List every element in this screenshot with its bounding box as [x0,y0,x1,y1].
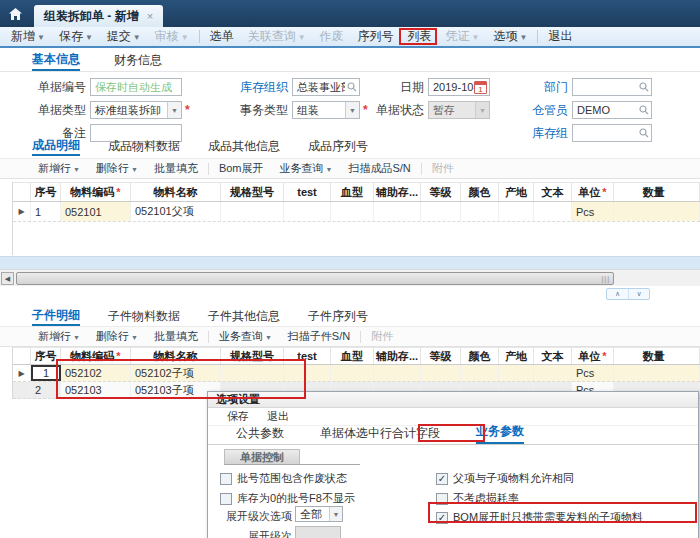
department-field[interactable] [572,78,652,96]
storekeeper-field[interactable]: DEMO [572,101,652,119]
product-batch-fill-button[interactable]: 批量填充 [146,161,206,176]
home-button[interactable] [0,0,30,27]
collapse-down-icon[interactable]: ∨ [628,289,649,299]
option-parent-child-same[interactable]: ✓ 父项与子项物料允许相同 [436,471,574,486]
dialog-exit-button[interactable]: 退出 [260,409,296,424]
tab-child-serial[interactable]: 子件序列号 [308,306,368,326]
cell-seq-selected[interactable]: 1 [31,365,61,381]
tab-product-serial[interactable]: 成品序列号 [308,136,368,156]
tab-child-material-data[interactable]: 子件物料数据 [108,306,180,326]
checkbox-unchecked[interactable] [220,493,232,505]
scroll-left-icon[interactable]: ◀ [1,272,14,285]
cell-qty[interactable] [614,202,700,221]
cell-name[interactable]: 052102子项 [131,365,221,381]
checkbox-checked[interactable]: ✓ [436,512,448,524]
product-delete-row-button[interactable]: 删除行▼ [88,161,146,176]
inventory-org-label[interactable]: 库存组织 [212,78,288,96]
tab-common-params[interactable]: 公共参数 [236,425,284,444]
product-row-1[interactable]: ▶ 1 052101 052101父项 Pcs [13,202,700,222]
col-color[interactable]: 颜色 [461,348,499,364]
toolbar-serial-button[interactable]: 序列号 [351,28,401,45]
tab-product-other-info[interactable]: 成品其他信息 [208,136,280,156]
col-unit[interactable]: 单位* [572,348,614,364]
checkbox-unchecked[interactable] [436,493,448,505]
col-spec[interactable]: 规格型号 [221,348,284,364]
col-material-name[interactable]: 物料名称 [131,348,221,364]
chevron-down-icon[interactable]: ▼ [329,507,342,521]
trans-type-select[interactable]: 组装 ▼ [292,101,360,119]
child-scan-sn-button[interactable]: 扫描子件S/N [280,329,358,344]
product-biz-query-button[interactable]: 业务查询▼ [272,161,341,176]
checkbox-unchecked[interactable] [220,473,232,485]
bill-type-select[interactable]: 标准组装拆卸 ▼ [90,101,182,119]
option-batch-void[interactable]: 批号范围包含作废状态 [220,471,347,486]
child-biz-query-button[interactable]: 业务查询▼ [211,329,280,344]
tab-child-detail[interactable]: 子件明细 [32,306,80,326]
checkbox-checked[interactable]: ✓ [436,473,448,485]
toolbar-exit-button[interactable]: 退出 [541,28,579,45]
department-label[interactable]: 部门 [498,78,568,96]
col-seq[interactable]: 序号 [31,348,61,364]
toolbar-new-button[interactable]: 新增▼ [4,28,52,45]
option-zero-stock-hide[interactable]: 库存为0的批号F8不显示 [220,491,355,506]
option-no-loss-rate[interactable]: 不考虑损耗率 [436,491,519,506]
cell-code[interactable]: 052102 [61,365,131,381]
col-spec[interactable]: 规格型号 [221,183,284,201]
child-row-1[interactable]: ▶ 1 052102 052102子项 Pcs [13,365,700,382]
tab-product-detail[interactable]: 成品明细 [32,136,80,156]
toolbar-list-button[interactable]: 列表 [401,28,439,45]
col-test[interactable]: test [284,183,331,201]
col-grade[interactable]: 等级 [421,348,461,364]
col-blood-type[interactable]: 血型 [331,183,374,201]
cell-name[interactable]: 052101父项 [131,202,221,221]
tab-finance-info[interactable]: 财务信息 [114,50,162,71]
date-field[interactable]: 2019-10-16 [428,78,490,96]
product-bom-expand-button[interactable]: Bom展开 [211,161,272,176]
collapse-up-icon[interactable]: ∧ [607,289,628,299]
chevron-down-icon[interactable]: ▼ [167,102,181,118]
inventory-org-field[interactable]: 总装事业部 [292,78,360,96]
col-material-name[interactable]: 物料名称 [131,183,221,201]
col-seq[interactable]: 序号 [31,183,61,201]
col-origin[interactable]: 产地 [499,183,534,201]
child-add-row-button[interactable]: 新增行▼ [30,329,88,344]
toolbar-save-button[interactable]: 保存▼ [52,28,100,45]
tab-product-material-data[interactable]: 成品物料数据 [108,136,180,156]
col-grade[interactable]: 等级 [421,183,461,201]
product-scan-sn-button[interactable]: 扫描成品S/N [340,161,418,176]
col-blood-type[interactable]: 血型 [331,348,374,364]
tab-business-params[interactable]: 业务参数 [476,423,524,444]
cell-unit[interactable]: Pcs [572,202,614,221]
cell-code[interactable]: 052103 [61,382,131,398]
option-bom-only-issue[interactable]: ✓ BOM展开时只携带需要发料的子项物料 [436,510,643,525]
tab-row-sum-fields[interactable]: 单据体选中行合计字段 [320,425,440,444]
expand-option-select[interactable]: 全部 ▼ [295,506,343,522]
col-material-code[interactable]: 物料编码* [61,183,131,201]
tab-basic-info[interactable]: 基本信息 [32,50,80,71]
col-unit[interactable]: 单位* [572,183,614,201]
col-text[interactable]: 文本 [534,183,572,201]
col-qty[interactable]: 数量 [614,183,700,201]
toolbar-select-bill-button[interactable]: 选单 [203,28,241,45]
scrollbar-thumb[interactable]: ||| [16,272,614,285]
toolbar-submit-button[interactable]: 提交▼ [100,28,148,45]
horizontal-scrollbar[interactable]: ◀ ||| [0,269,700,286]
chevron-down-icon[interactable]: ▼ [345,102,359,118]
storekeeper-label[interactable]: 仓管员 [498,101,568,119]
cell-code[interactable]: 052101 [61,202,131,221]
col-aux-attr[interactable]: 辅助存... [374,183,421,201]
col-origin[interactable]: 产地 [499,348,534,364]
product-add-row-button[interactable]: 新增行▼ [30,161,88,176]
cell-unit[interactable]: Pcs [572,365,614,381]
col-test[interactable]: test [284,348,331,364]
col-qty[interactable]: 数量 [614,348,700,364]
toolbar-options-button[interactable]: 选项▼ [487,28,535,45]
search-icon[interactable] [345,82,359,92]
col-aux-attr[interactable]: 辅助存... [374,348,421,364]
col-material-code[interactable]: 物料编码* [61,348,131,364]
col-text[interactable]: 文本 [534,348,572,364]
dialog-titlebar[interactable]: 选项设置 [208,392,698,408]
child-batch-fill-button[interactable]: 批量填充 [146,329,206,344]
tab-child-other-info[interactable]: 子件其他信息 [208,306,280,326]
search-icon[interactable] [637,82,651,92]
